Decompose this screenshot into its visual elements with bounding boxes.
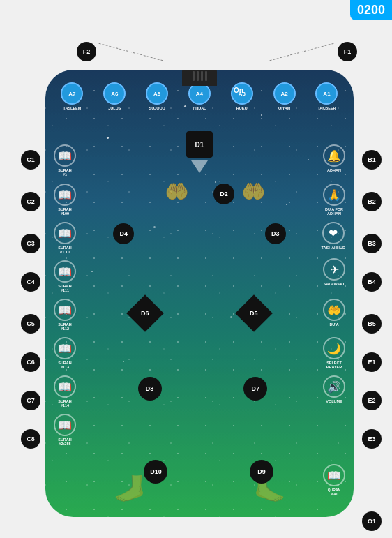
a2-group[interactable]: A2 QIYAM bbox=[273, 82, 296, 110]
c6-inner-label: SURAH#113 bbox=[58, 361, 72, 369]
e1-inner-circle[interactable]: 🌙 bbox=[323, 337, 345, 359]
c3-button[interactable]: C3 bbox=[21, 234, 40, 253]
b5-inner-label: DU'A bbox=[329, 322, 338, 327]
c4-button[interactable]: C4 bbox=[21, 272, 40, 292]
a5-label: SUJOOD bbox=[149, 106, 165, 110]
c2-inner-circle[interactable]: 📖 bbox=[54, 184, 76, 206]
b3-inner-circle[interactable]: ❤ bbox=[322, 222, 345, 244]
c1-button[interactable]: C1 bbox=[21, 150, 40, 170]
e2-inner-circle[interactable]: 🔊 bbox=[323, 375, 345, 398]
d4-button[interactable]: D4 bbox=[113, 223, 134, 244]
b5-button[interactable]: B5 bbox=[362, 314, 382, 334]
c6-inner-circle[interactable]: 📖 bbox=[54, 337, 76, 359]
f2-button[interactable]: F2 bbox=[77, 42, 96, 61]
b5-inner-circle[interactable]: 🤲 bbox=[323, 299, 345, 321]
e1-button[interactable]: E1 bbox=[362, 352, 382, 372]
b3-inner[interactable]: ❤ TASHAHHUD bbox=[322, 222, 345, 250]
c4-inner-circle[interactable]: 📖 bbox=[54, 260, 76, 283]
c2-inner-label: SURAH#109 bbox=[58, 207, 72, 216]
c5-button[interactable]: C5 bbox=[21, 314, 40, 334]
a4-label: I'TIDAL bbox=[193, 106, 206, 110]
d1-triangle bbox=[191, 160, 208, 173]
a5-button[interactable]: A5 bbox=[146, 82, 168, 105]
e2-inner-label: VOLUME bbox=[326, 399, 342, 403]
b1-button[interactable]: B1 bbox=[362, 150, 382, 170]
b2-inner-label: DU'A FORADHAN bbox=[325, 207, 343, 216]
b2-inner[interactable]: 🙏 DU'A FORADHAN bbox=[323, 184, 345, 216]
f1-button[interactable]: F1 bbox=[338, 42, 357, 61]
e2-inner[interactable]: 🔊 VOLUME bbox=[323, 375, 345, 403]
c8-inner-circle[interactable]: 📖 bbox=[54, 414, 76, 436]
b4-inner[interactable]: ✈ SALAWAAT bbox=[323, 258, 345, 286]
speaker bbox=[182, 70, 217, 86]
c2-inner[interactable]: 📖 SURAH#109 bbox=[54, 184, 76, 216]
d8-button[interactable]: D8 bbox=[138, 377, 162, 401]
d6-diamond-wrapper[interactable]: D6 bbox=[132, 300, 158, 327]
a4-group[interactable]: A4 I'TIDAL bbox=[188, 82, 211, 110]
c5-inner[interactable]: 📖 SURAH#112 bbox=[54, 299, 76, 331]
e3-inner[interactable]: 📖 QURANMAT bbox=[323, 464, 345, 496]
b4-button[interactable]: B4 bbox=[362, 272, 382, 292]
c7-button[interactable]: C7 bbox=[21, 391, 40, 410]
c5-inner-circle[interactable]: 📖 bbox=[54, 299, 76, 321]
f1-dashed-line bbox=[269, 43, 333, 61]
c3-inner[interactable]: 📖 SURAH#1 10 bbox=[54, 222, 76, 254]
d10-button-wrapper[interactable]: D10 bbox=[144, 460, 167, 484]
d7-button[interactable]: D7 bbox=[243, 377, 267, 401]
e3-button[interactable]: E3 bbox=[362, 429, 382, 449]
a1-label: TAKBEER bbox=[317, 106, 336, 110]
d6-button[interactable]: D6 bbox=[126, 294, 164, 332]
b5-inner[interactable]: 🤲 DU'A bbox=[323, 299, 345, 327]
b4-inner-label: SALAWAAT bbox=[324, 282, 345, 286]
c2-button[interactable]: C2 bbox=[21, 192, 40, 211]
a1-button[interactable]: A1 bbox=[315, 82, 338, 105]
top-button-row: A7 TASLEEM A6 JULUS A5 SUJOOD A4 I'TIDAL… bbox=[51, 82, 348, 110]
c7-inner[interactable]: 📖 SURAH#114 bbox=[54, 375, 76, 408]
d5-diamond-wrapper[interactable]: D5 bbox=[241, 300, 267, 327]
d9-button[interactable]: D9 bbox=[250, 460, 273, 484]
a2-label: QIYAM bbox=[278, 106, 291, 110]
b1-inner-circle[interactable]: 🔔 bbox=[323, 144, 345, 167]
e2-button[interactable]: E2 bbox=[362, 391, 382, 410]
c6-button[interactable]: C6 bbox=[21, 352, 40, 372]
a2-button[interactable]: A2 bbox=[273, 82, 296, 105]
d2-button[interactable]: D2 bbox=[213, 184, 234, 204]
e3-inner-circle[interactable]: 📖 bbox=[323, 464, 345, 486]
b4-inner-circle[interactable]: ✈ bbox=[323, 258, 345, 281]
left-foot-icon: 🦶 bbox=[113, 474, 146, 505]
a6-label: JULUS bbox=[108, 106, 121, 110]
b2-inner-circle[interactable]: 🙏 bbox=[323, 184, 345, 206]
d7-button-wrapper[interactable]: D7 bbox=[243, 377, 267, 401]
d1-group[interactable]: D1 bbox=[186, 131, 213, 173]
c8-button[interactable]: C8 bbox=[21, 429, 40, 449]
a6-button[interactable]: A6 bbox=[103, 82, 126, 105]
d2-group[interactable]: 🤲 D2 🤲 bbox=[213, 184, 234, 204]
a3-label: RUKU bbox=[236, 106, 248, 110]
c3-inner-label: SURAH#1 10 bbox=[58, 246, 72, 254]
e1-inner[interactable]: 🌙 SELECTPRAYER bbox=[323, 337, 345, 369]
c5-inner-label: SURAH#112 bbox=[58, 322, 72, 331]
b3-inner-label: TASHAHHUD bbox=[322, 246, 345, 250]
a5-group[interactable]: A5 SUJOOD bbox=[146, 82, 168, 110]
c3-inner-circle[interactable]: 📖 bbox=[54, 222, 76, 244]
d8-button-wrapper[interactable]: D8 bbox=[138, 377, 162, 401]
a6-group[interactable]: A6 JULUS bbox=[103, 82, 126, 110]
c8-inner[interactable]: 📖 SURAH#2:255 bbox=[54, 414, 76, 446]
d5-button[interactable]: D5 bbox=[235, 294, 273, 332]
d1-button[interactable]: D1 bbox=[186, 131, 213, 158]
b1-inner[interactable]: 🔔 ADHAN bbox=[323, 144, 345, 172]
d3-button[interactable]: D3 bbox=[265, 223, 286, 244]
c7-inner-circle[interactable]: 📖 bbox=[54, 375, 76, 398]
c1-inner[interactable]: 📖 SURAH#1 bbox=[54, 144, 76, 177]
b2-button[interactable]: B2 bbox=[362, 192, 382, 211]
o1-button[interactable]: O1 bbox=[362, 511, 382, 531]
a1-group[interactable]: A1 TAKBEER bbox=[315, 82, 338, 110]
c1-inner-circle[interactable]: 📖 bbox=[54, 144, 76, 167]
b3-button[interactable]: B3 bbox=[362, 234, 382, 253]
d9-button-wrapper[interactable]: D9 bbox=[250, 460, 273, 484]
a7-button[interactable]: A7 bbox=[61, 82, 83, 105]
c6-inner[interactable]: 📖 SURAH#113 bbox=[54, 337, 76, 369]
d10-button[interactable]: D10 bbox=[144, 460, 167, 484]
c4-inner[interactable]: 📖 SURAH#111 bbox=[54, 260, 76, 292]
a7-group[interactable]: A7 TASLEEM bbox=[61, 82, 83, 110]
